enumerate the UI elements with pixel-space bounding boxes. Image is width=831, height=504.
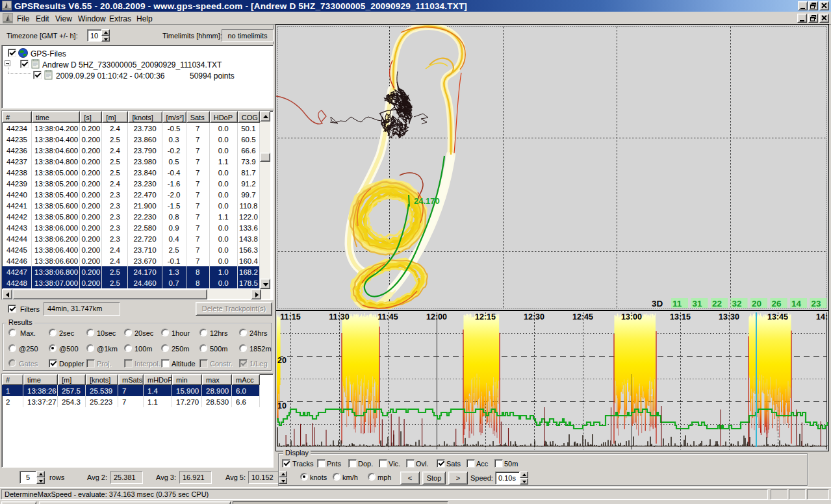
svg-text:31: 31	[693, 299, 703, 309]
svg-text:13:15: 13:15	[670, 312, 691, 321]
svg-text:32: 32	[732, 299, 742, 309]
svg-text:22: 22	[712, 299, 722, 309]
svg-text:11:30: 11:30	[329, 312, 349, 321]
svg-text:12:45: 12:45	[572, 312, 593, 321]
svg-text:20: 20	[752, 299, 761, 309]
svg-text:23: 23	[812, 299, 822, 309]
svg-text:12:30: 12:30	[524, 312, 544, 321]
svg-text:10: 10	[277, 401, 287, 410]
svg-text:3D: 3D	[652, 299, 663, 309]
svg-text:13:00: 13:00	[621, 312, 642, 321]
svg-text:24.170: 24.170	[414, 196, 440, 206]
svg-text:12:00: 12:00	[426, 312, 447, 321]
svg-text:13:30: 13:30	[719, 312, 739, 321]
svg-text:13:45: 13:45	[767, 312, 788, 321]
svg-text:14:00: 14:00	[816, 312, 828, 321]
svg-text:11: 11	[672, 299, 682, 309]
svg-text:14: 14	[791, 299, 802, 309]
svg-text:20: 20	[277, 356, 287, 365]
svg-text:11:15: 11:15	[280, 312, 300, 321]
svg-text:26: 26	[772, 299, 782, 309]
svg-text:11:45: 11:45	[377, 312, 398, 321]
svg-text:12:15: 12:15	[475, 312, 496, 321]
